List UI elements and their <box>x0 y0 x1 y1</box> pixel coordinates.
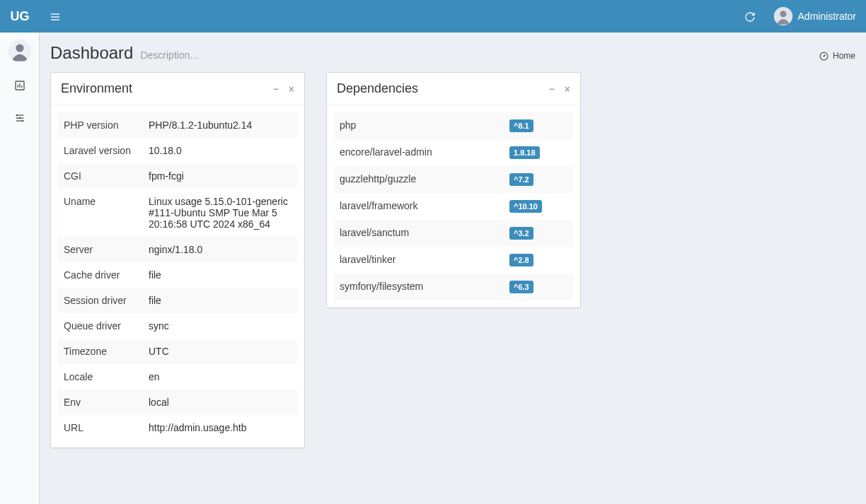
env-label: Queue driver <box>58 313 143 339</box>
table-row: symfony/filesystem^6.3 <box>334 274 573 300</box>
collapse-button[interactable]: − <box>273 83 279 95</box>
table-row: php^8.1 <box>334 112 573 139</box>
svg-point-4 <box>780 11 786 17</box>
table-row: Cache driverfile <box>58 262 297 288</box>
dep-label: symfony/filesystem <box>334 274 504 300</box>
table-row: Session driverfile <box>58 288 297 313</box>
dep-label: guzzlehttp/guzzle <box>334 166 504 193</box>
sidebar <box>0 33 40 504</box>
svg-point-16 <box>22 120 23 121</box>
table-row: Envlocal <box>58 389 297 415</box>
svg-rect-2 <box>51 19 59 20</box>
sidebar-item-dashboard[interactable] <box>0 72 39 98</box>
top-header: UG Administrator <box>0 0 866 33</box>
close-button[interactable]: × <box>565 83 570 95</box>
collapse-button[interactable]: − <box>549 83 555 95</box>
env-label: Env <box>58 389 143 415</box>
dep-value-cell: ^2.8 <box>504 247 573 274</box>
table-row: laravel/framework^10.10 <box>334 193 573 220</box>
table-row: laravel/tinker^2.8 <box>334 247 573 274</box>
table-row: Servernginx/1.18.0 <box>58 237 297 262</box>
version-badge: ^6.3 <box>509 281 533 293</box>
version-badge: ^8.1 <box>509 119 533 132</box>
env-label: Session driver <box>58 288 143 313</box>
env-value: local <box>143 389 297 415</box>
dep-label: php <box>334 112 504 139</box>
version-badge: ^3.2 <box>509 227 533 240</box>
version-badge: ^2.8 <box>509 254 533 266</box>
menu-toggle-button[interactable] <box>40 10 71 23</box>
table-row: laravel/sanctum^3.2 <box>334 220 573 247</box>
close-button[interactable]: × <box>289 83 294 95</box>
table-row: TimezoneUTC <box>58 339 297 364</box>
env-value: file <box>143 262 297 288</box>
svg-rect-0 <box>51 13 59 14</box>
svg-point-6 <box>16 44 23 52</box>
dependencies-table: php^8.1encore/laravel-admin1.8.18guzzleh… <box>334 112 573 300</box>
env-label: Locale <box>58 364 143 389</box>
svg-rect-1 <box>51 16 59 17</box>
page-description: Description... <box>140 49 198 61</box>
dep-value-cell: ^7.2 <box>504 166 573 193</box>
version-badge: ^7.2 <box>509 173 533 186</box>
svg-point-14 <box>16 115 17 115</box>
logo[interactable]: UG <box>0 9 40 24</box>
env-value: UTC <box>143 339 297 364</box>
minus-icon: − <box>549 83 555 95</box>
env-label: Timezone <box>58 339 143 364</box>
avatar <box>774 7 792 25</box>
env-value: en <box>143 364 297 389</box>
bars-icon <box>50 10 61 22</box>
table-row: PHP versionPHP/8.1.2-1ubuntu2.14 <box>58 112 297 138</box>
env-value: 10.18.0 <box>143 138 297 163</box>
env-label: Cache driver <box>58 262 143 288</box>
close-icon: × <box>565 83 570 95</box>
sidebar-avatar[interactable] <box>8 40 31 62</box>
env-label: PHP version <box>58 112 143 138</box>
svg-point-15 <box>19 117 20 118</box>
table-row: guzzlehttp/guzzle^7.2 <box>334 166 573 193</box>
dependencies-box: Dependencies − × php^8.1encore/laravel-a… <box>326 72 581 308</box>
env-label: URL <box>58 415 143 440</box>
version-badge: 1.8.18 <box>509 146 540 159</box>
env-value: nginx/1.18.0 <box>143 237 297 262</box>
tasks-icon <box>14 111 25 122</box>
refresh-button[interactable] <box>736 10 764 22</box>
env-value: file <box>143 288 297 313</box>
sidebar-item-admin[interactable] <box>0 104 39 130</box>
dependencies-box-title: Dependencies <box>337 81 418 96</box>
environment-table: PHP versionPHP/8.1.2-1ubuntu2.14Laravel … <box>58 112 297 440</box>
content-header: Dashboard Description... Home <box>40 33 866 69</box>
user-menu[interactable]: Administrator <box>764 7 866 25</box>
svg-point-18 <box>823 56 824 57</box>
breadcrumb-home: Home <box>833 51 855 61</box>
env-label: Laravel version <box>58 138 143 163</box>
version-badge: ^10.10 <box>509 200 542 213</box>
dep-value-cell: 1.8.18 <box>504 139 573 166</box>
dep-label: laravel/framework <box>334 193 504 220</box>
dep-value-cell: ^10.10 <box>504 193 573 220</box>
breadcrumb[interactable]: Home <box>819 51 855 61</box>
dep-label: laravel/sanctum <box>334 220 504 247</box>
page-title: Dashboard <box>50 43 133 63</box>
close-icon: × <box>289 83 294 95</box>
env-label: CGI <box>58 163 143 189</box>
dep-value-cell: ^6.3 <box>504 274 573 300</box>
dep-value-cell: ^8.1 <box>504 112 573 139</box>
table-row: CGIfpm-fcgi <box>58 163 297 189</box>
dashboard-icon <box>819 51 829 61</box>
dep-label: encore/laravel-admin <box>334 139 504 166</box>
content: Dashboard Description... Home Environmen… <box>40 33 866 504</box>
env-label: Uname <box>58 189 143 237</box>
env-value: Linux usage 5.15.0-101-generic #111-Ubun… <box>143 189 297 237</box>
environment-box: Environment − × PHP versionPHP/8.1.2-1ub… <box>50 72 305 448</box>
env-label: Server <box>58 237 143 262</box>
bar-chart-icon <box>14 79 25 90</box>
table-row: Queue driversync <box>58 313 297 339</box>
env-value: sync <box>143 313 297 339</box>
dep-value-cell: ^3.2 <box>504 220 573 247</box>
minus-icon: − <box>273 83 279 95</box>
table-row: encore/laravel-admin1.8.18 <box>334 139 573 166</box>
user-name: Administrator <box>798 11 856 22</box>
environment-box-title: Environment <box>61 81 132 96</box>
